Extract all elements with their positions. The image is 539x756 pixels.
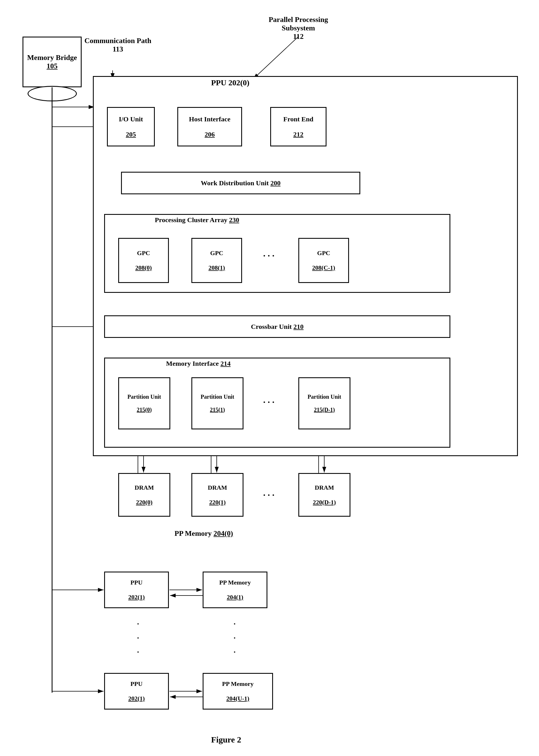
- gpc-dots: · · ·: [263, 251, 274, 261]
- figure-label: Figure 2: [211, 735, 241, 744]
- ppu-main-label: PPU 202(0): [211, 78, 249, 87]
- diagram-container: Memory Bridge 105 Communication Path 113…: [0, 0, 539, 756]
- gpc1-box: GPC 208(1): [192, 238, 242, 283]
- ppu1-box: PPU 202(1): [104, 572, 169, 608]
- ppuN-box: PPU 202(1): [104, 673, 169, 710]
- pca-label: Processing Cluster Array 230: [155, 216, 239, 224]
- comm-path-label: Communication Path 113: [84, 37, 151, 53]
- ppmem1-box: PP Memory 204(1): [203, 572, 268, 608]
- partition-dots: · · ·: [263, 397, 274, 407]
- memory-bridge-label: Memory Bridge: [27, 53, 77, 62]
- crossbar-box: Crossbar Unit 210: [104, 315, 450, 338]
- vertical-dots-r1: ·: [234, 620, 236, 629]
- ppmemN-box: PP Memory 204(U-1): [203, 673, 273, 710]
- partitionN-box: Partition Unit 215(D-1): [298, 377, 350, 429]
- dram-dots: · · ·: [263, 490, 274, 500]
- memory-interface-label: Memory Interface 214: [166, 360, 231, 368]
- vertical-dots-3: ·: [137, 648, 139, 657]
- vertical-dots-1: ·: [137, 620, 139, 629]
- memory-bridge-box: Memory Bridge 105: [23, 37, 82, 87]
- front-end-box: Front End 212: [270, 107, 327, 146]
- memory-bridge-number: 105: [47, 62, 58, 70]
- gpc0-box: GPC 208(0): [118, 238, 169, 283]
- partition1-box: Partition Unit 215(1): [192, 377, 244, 429]
- io-unit-box: I/O Unit 205: [107, 107, 155, 146]
- dram1-box: DRAM 220(1): [192, 473, 244, 517]
- ellipse-connector: [28, 86, 77, 101]
- host-interface-box: Host Interface 206: [177, 107, 242, 146]
- svg-line-7: [253, 37, 298, 79]
- gpcN-box: GPC 208(C-1): [298, 238, 349, 283]
- wdu-box: Work Distribution Unit 200: [121, 172, 360, 194]
- dram0-box: DRAM 220(0): [118, 473, 170, 517]
- pp-memory0-label: PP Memory 204(0): [175, 529, 233, 538]
- vertical-dots-2: ·: [137, 633, 139, 642]
- pps-label: Parallel Processing Subsystem 112: [253, 16, 344, 41]
- vertical-dots-r2: ·: [234, 633, 236, 642]
- dramN-box: DRAM 220(D-1): [298, 473, 350, 517]
- partition0-box: Partition Unit 215(0): [118, 377, 170, 429]
- vertical-dots-r3: ·: [234, 648, 236, 657]
